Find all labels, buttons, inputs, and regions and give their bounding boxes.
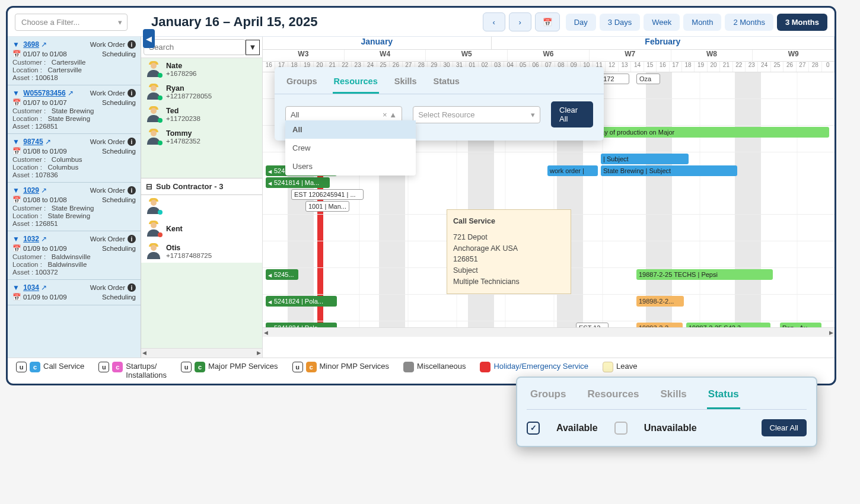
day-header: 23 bbox=[746, 62, 758, 72]
filter-dropdown[interactable]: Choose a Filter... bbox=[15, 14, 128, 31]
clear-combo-icon[interactable]: × ▲ bbox=[383, 110, 397, 119]
filter-tab-status[interactable]: Status bbox=[432, 73, 461, 94]
work-order-link[interactable]: 3698 bbox=[23, 40, 39, 49]
work-order-card[interactable]: ▼ 3698 ↗ Work Order i 📅 01/07 to 01/08 S… bbox=[8, 37, 141, 85]
info-icon[interactable]: i bbox=[128, 235, 136, 243]
day-header: 25 bbox=[771, 62, 783, 72]
wo-status: Scheduling bbox=[102, 50, 136, 58]
range-tab-day[interactable]: Day bbox=[566, 14, 596, 31]
status-popup: GroupsResourcesSkillsStatus Available Un… bbox=[516, 377, 817, 391]
filter-tab-skills[interactable]: Skills bbox=[393, 73, 418, 94]
status-tab-skills[interactable]: Skills bbox=[659, 385, 687, 391]
chevron-down-icon: ▾ bbox=[531, 110, 535, 119]
task-bar[interactable]: EST 12... bbox=[576, 323, 609, 327]
work-order-link[interactable]: W055783456 bbox=[23, 89, 65, 97]
task-bar[interactable]: day of production on Major bbox=[595, 127, 829, 138]
status-tab-resources[interactable]: Resources bbox=[586, 385, 640, 391]
task-bar[interactable]: 19887-2-25 TECHS | Pepsi bbox=[636, 269, 773, 280]
work-order-card[interactable]: ▼ W055783456 ↗ Work Order i 📅 01/07 to 0… bbox=[8, 85, 141, 134]
resource-list[interactable]: Nate+1678296Ryan+12187728055Ted+11720238… bbox=[141, 58, 262, 348]
week-header: W7 bbox=[590, 50, 671, 61]
status-tab-status[interactable]: Status bbox=[707, 385, 740, 391]
status-tab-groups[interactable]: Groups bbox=[529, 385, 567, 391]
task-bar[interactable]: State Brewing | Subject bbox=[601, 165, 737, 176]
work-order-link[interactable]: 1034 bbox=[23, 283, 39, 292]
chevron-down-icon[interactable]: ▼ bbox=[12, 40, 20, 49]
chevron-down-icon[interactable]: ▼ bbox=[12, 186, 20, 194]
info-icon[interactable]: i bbox=[128, 138, 136, 146]
info-icon[interactable]: i bbox=[128, 89, 136, 97]
dropdown-option[interactable]: All bbox=[285, 120, 416, 139]
work-order-link[interactable]: 1029 bbox=[23, 186, 39, 194]
open-external-icon[interactable]: ↗ bbox=[41, 186, 47, 194]
open-external-icon[interactable]: ↗ bbox=[41, 40, 47, 49]
task-bar[interactable]: EST 1206245941 | ... bbox=[291, 189, 364, 200]
collapse-icon[interactable]: ⊟ bbox=[146, 182, 152, 191]
search-input[interactable] bbox=[144, 39, 246, 55]
task-bar[interactable]: 19893-2-2... bbox=[636, 323, 683, 327]
task-bar[interactable]: 5241824 | Pola... bbox=[266, 296, 337, 307]
calendar-icon: 📅 bbox=[12, 244, 21, 253]
work-order-link[interactable]: 1032 bbox=[23, 235, 39, 243]
open-external-icon[interactable]: ↗ bbox=[68, 89, 74, 97]
chevron-down-icon[interactable]: ▼ bbox=[12, 138, 20, 146]
task-bar[interactable]: 5241814 | Ma... bbox=[266, 177, 330, 188]
filter-tab-resources[interactable]: Resources bbox=[333, 73, 379, 94]
resource-hscroll[interactable] bbox=[141, 348, 262, 358]
avatar bbox=[146, 107, 161, 122]
task-bar[interactable]: 19887-2-25 S42 3 bbox=[686, 323, 770, 327]
resource-item[interactable]: Nate+1678296 bbox=[141, 58, 262, 81]
work-order-card[interactable]: ▼ 1032 ↗ Work Order i 📅 01/09 to 01/09 S… bbox=[8, 231, 141, 280]
next-button[interactable]: › bbox=[509, 12, 531, 31]
task-bar[interactable]: Pep - Au bbox=[780, 323, 821, 327]
info-icon[interactable]: i bbox=[128, 40, 136, 49]
resource-item[interactable]: Ted+11720238 bbox=[141, 103, 262, 126]
calendar-icon-button[interactable]: 📅 bbox=[535, 12, 560, 31]
filter-icon-button[interactable]: ▼ bbox=[246, 40, 260, 55]
search-row: 🔍 ▼ bbox=[141, 37, 262, 58]
info-icon[interactable]: i bbox=[128, 186, 136, 194]
open-external-icon[interactable]: ↗ bbox=[41, 235, 47, 243]
range-tab-2months[interactable]: 2 Months bbox=[725, 14, 773, 31]
task-bar[interactable]: | Subject bbox=[601, 154, 689, 164]
chevron-down-icon[interactable]: ▼ bbox=[12, 235, 20, 243]
work-order-type: Work Order i bbox=[90, 186, 136, 194]
dropdown-option[interactable]: Users bbox=[285, 157, 416, 176]
filter-tab-groups[interactable]: Groups bbox=[285, 73, 318, 94]
task-bar[interactable]: 1001 | Man... bbox=[305, 201, 349, 212]
work-order-link[interactable]: 98745 bbox=[23, 138, 43, 146]
task-bar[interactable]: Oza bbox=[636, 74, 660, 84]
clear-all-button[interactable]: Clear All bbox=[551, 101, 593, 127]
prev-button[interactable]: ‹ bbox=[483, 12, 505, 31]
resource-item[interactable]: Otis+17187488725 bbox=[141, 240, 262, 263]
resource-select-combo[interactable]: Select Resource ▾ bbox=[413, 106, 540, 123]
work-order-card[interactable]: ▼ 98745 ↗ Work Order i 📅 01/08 to 01/09 … bbox=[8, 134, 141, 183]
work-order-card[interactable]: ▼ 1034 ↗ Work Order i 📅 01/09 to 01/09 S… bbox=[8, 280, 141, 305]
task-bar[interactable]: 5245... bbox=[266, 269, 298, 280]
info-icon[interactable]: i bbox=[128, 283, 136, 292]
range-tab-week[interactable]: Week bbox=[644, 14, 680, 31]
task-bar[interactable]: 19898-2-2... bbox=[636, 296, 684, 307]
work-order-card[interactable]: ▼ 1029 ↗ Work Order i 📅 01/08 to 01/08 S… bbox=[8, 183, 141, 231]
work-order-sidebar[interactable]: ▼ 3698 ↗ Work Order i 📅 01/07 to 01/08 S… bbox=[8, 37, 141, 358]
resource-item[interactable]: Tommy+14782352 bbox=[141, 126, 262, 148]
dropdown-option[interactable]: Crew bbox=[285, 139, 416, 157]
open-external-icon[interactable]: ↗ bbox=[45, 138, 51, 146]
resource-group-header[interactable]: ⊟ Sub Contractor - 3 bbox=[141, 178, 262, 195]
resource-item[interactable]: Kent bbox=[141, 218, 262, 240]
range-tab-month[interactable]: Month bbox=[683, 14, 721, 31]
task-bar[interactable]: work order | bbox=[547, 165, 598, 176]
chevron-down-icon[interactable]: ▼ bbox=[12, 283, 20, 292]
range-tab-3months[interactable]: 3 Months bbox=[777, 14, 827, 31]
resource-item[interactable]: Ryan+12187728055 bbox=[141, 81, 262, 103]
wo-date-range: 01/09 to 01/09 bbox=[23, 245, 67, 252]
open-external-icon[interactable]: ↗ bbox=[41, 283, 47, 292]
collapse-sidebar-button[interactable]: ◀ bbox=[143, 29, 155, 48]
range-tab-3days[interactable]: 3 Days bbox=[600, 14, 640, 31]
legend-item: ucMinor PMP Services bbox=[292, 362, 390, 372]
chevron-down-icon[interactable]: ▼ bbox=[12, 89, 20, 97]
week-header: W8 bbox=[671, 50, 753, 61]
resource-item[interactable] bbox=[141, 195, 262, 218]
task-bar[interactable]: 5241824 | Pola... bbox=[266, 323, 337, 327]
timeline-hscroll[interactable] bbox=[263, 327, 834, 337]
